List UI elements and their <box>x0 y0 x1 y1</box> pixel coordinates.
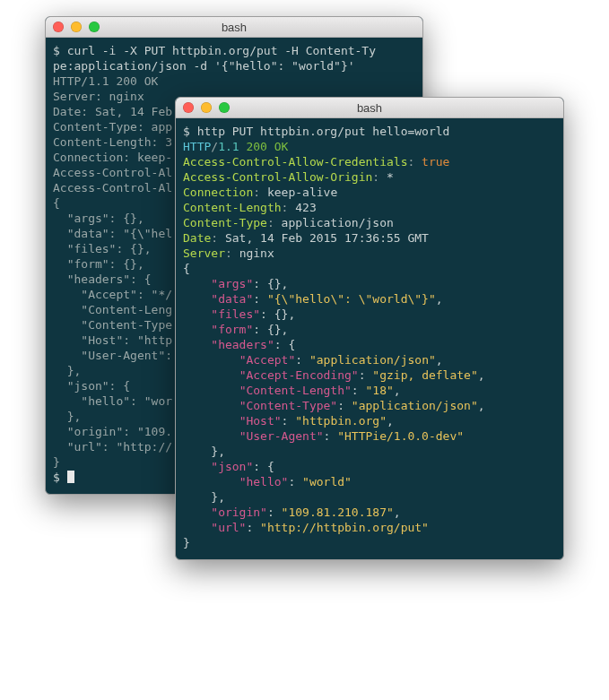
terminal-line: "hello": "world" <box>183 474 556 489</box>
window-title: bash <box>46 21 422 34</box>
close-icon[interactable] <box>183 102 194 113</box>
terminal-text-segment: }, <box>53 364 81 377</box>
terminal-text-segment: * <box>387 170 394 184</box>
titlebar[interactable]: bash <box>176 98 563 118</box>
terminal-text-segment: "args": {}, <box>53 212 144 225</box>
terminal-text-segment: : <box>282 201 296 214</box>
terminal-text-segment: / <box>211 140 218 153</box>
terminal-text-segment: : <box>211 231 225 245</box>
terminal-text-segment: "hello": "wor <box>53 394 172 408</box>
terminal-text-segment: 1.1 <box>218 140 246 153</box>
terminal-text-segment: "HTTPie/1.0.0-dev" <box>337 429 464 443</box>
terminal-text-segment: , <box>478 399 485 412</box>
terminal-text-segment: 423 <box>295 201 316 214</box>
terminal-text-segment: application/json <box>282 216 394 229</box>
terminal-line: } <box>183 535 556 550</box>
zoom-icon[interactable] <box>89 22 100 32</box>
zoom-icon[interactable] <box>219 102 230 113</box>
prompt-symbol: $ <box>53 471 67 484</box>
terminal-line: $ http PUT httpbin.org/put hello=world <box>183 124 556 139</box>
terminal-text-segment: Access-Control-Al <box>53 166 172 179</box>
terminal-text-segment: "Host": "http <box>53 333 172 347</box>
terminal-line: "Accept-Encoding": "gzip, deflate", <box>183 367 556 383</box>
terminal-text-segment <box>183 399 239 412</box>
terminal-text-segment: , <box>394 506 401 519</box>
terminal-text-segment: true <box>422 155 449 169</box>
terminal-text-segment: Access-Control-Allow-Credentials <box>183 155 407 169</box>
terminal-text-segment: , <box>478 368 485 382</box>
terminal-text-segment: "109.81.210.187" <box>282 506 394 519</box>
terminal-text-segment: : { <box>253 460 274 473</box>
terminal-text-segment: Date <box>183 231 211 245</box>
terminal-text-segment: }, <box>183 445 225 458</box>
terminal-text-segment: "data": "{\"hel <box>53 227 172 240</box>
terminal-text-segment: Content-Type <box>183 216 267 229</box>
terminal-text-segment <box>183 338 211 351</box>
terminal-line: HTTP/1.1 200 OK <box>53 73 415 89</box>
terminal-text-segment: Connection <box>183 186 253 199</box>
window-controls <box>176 102 230 113</box>
terminal-text-segment <box>183 353 239 367</box>
terminal-text-segment: "{\"hello\": \"world\"}" <box>267 292 436 306</box>
terminal-line: Content-Type: application/json <box>183 215 556 230</box>
terminal-text-segment: "data" <box>211 292 253 306</box>
terminal-text-segment <box>183 277 211 290</box>
close-icon[interactable] <box>53 22 64 32</box>
terminal-text-segment <box>183 307 211 321</box>
terminal-text-segment: Content-Length <box>183 201 282 214</box>
terminal-text-segment: "Content-Leng <box>53 303 172 316</box>
terminal-text-segment: "User-Agent" <box>239 429 324 443</box>
terminal-window-front[interactable]: bash $ http PUT httpbin.org/put hello=wo… <box>175 97 564 560</box>
terminal-text-segment: nginx <box>239 246 274 260</box>
terminal-line: HTTP/1.1 200 OK <box>183 139 556 154</box>
terminal-text-segment: : <box>372 170 387 184</box>
terminal-text-segment: Access-Control-Allow-Origin <box>183 170 372 184</box>
terminal-text-segment: "Content-Type <box>53 318 172 332</box>
terminal-text-segment: "Accept" <box>239 353 296 367</box>
window-title: bash <box>176 101 563 115</box>
titlebar[interactable]: bash <box>46 17 422 38</box>
terminal-text-segment: : <box>253 186 267 199</box>
terminal-text-segment: : <box>359 368 373 382</box>
terminal-line: "data": "{\"hello\": \"world\"}", <box>183 291 556 307</box>
terminal-text-segment: HTTP/1.1 200 OK <box>53 74 158 88</box>
cursor-icon <box>67 471 74 483</box>
terminal-line: "Content-Length": "18", <box>183 383 556 398</box>
terminal-text-segment: "json": { <box>53 379 130 393</box>
terminal-line: "files": {}, <box>183 307 556 322</box>
terminal-line: "args": {}, <box>183 276 556 291</box>
terminal-text-segment <box>183 368 239 382</box>
minimize-icon[interactable] <box>201 102 212 113</box>
terminal-text-segment <box>183 414 239 428</box>
terminal-text-segment: } <box>53 455 60 469</box>
terminal-text-segment: : <box>246 521 260 534</box>
terminal-text-segment: "application/json" <box>352 399 478 412</box>
terminal-line: "json": { <box>183 459 556 474</box>
minimize-icon[interactable] <box>71 22 82 32</box>
terminal-text-segment: "Host" <box>239 414 282 428</box>
terminal-line: Content-Length: 423 <box>183 200 556 215</box>
terminal-text-segment: keep-alive <box>267 186 337 199</box>
terminal-text-segment: "origin" <box>211 506 267 519</box>
terminal-line: "url": "http://httpbin.org/put" <box>183 520 556 535</box>
terminal-text-segment: "httpbin.org" <box>295 414 387 428</box>
terminal-text-segment: : {}, <box>253 323 288 336</box>
terminal-line: }, <box>183 444 556 459</box>
terminal-text-segment: Connection: keep- <box>53 151 172 164</box>
terminal-text-segment: "18" <box>366 384 394 397</box>
terminal-text-segment: "args" <box>211 277 253 290</box>
terminal-text-segment <box>183 323 211 336</box>
terminal-text-segment: pe:application/json -d '{"hello": "world… <box>53 59 355 73</box>
terminal-text-segment: "world" <box>302 475 352 488</box>
terminal-text-segment: "Content-Length" <box>239 384 352 397</box>
terminal-text-segment: : { <box>274 338 295 351</box>
terminal-text-segment: "files": {}, <box>53 242 152 255</box>
terminal-line: "Host": "httpbin.org", <box>183 413 556 428</box>
terminal-text-segment: "form": {}, <box>53 257 144 271</box>
terminal-text-segment: "url": "http:// <box>53 440 172 454</box>
terminal-text-segment: "headers": { <box>53 272 152 286</box>
terminal-text-segment: : {}, <box>260 307 295 321</box>
terminal-output[interactable]: $ http PUT httpbin.org/put hello=worldHT… <box>176 118 563 559</box>
terminal-text-segment: : <box>288 475 302 488</box>
terminal-text-segment: : <box>253 292 267 306</box>
